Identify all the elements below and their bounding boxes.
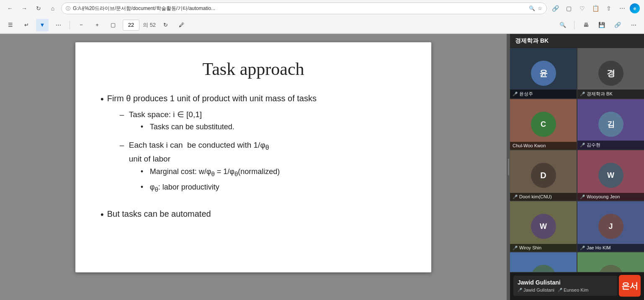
video-cell: T🎤Tae-Wan Noh	[577, 252, 644, 272]
dot-2: •	[141, 166, 147, 179]
bullet-1-text: Firm θ produces 1 unit of product with u…	[107, 92, 406, 200]
eunseo-button[interactable]: 은서	[619, 275, 641, 297]
video-placeholder: T	[577, 252, 644, 272]
favorites-button[interactable]: ♡	[576, 3, 588, 14]
video-cell: 경🎤경제학과 BK	[577, 48, 644, 98]
open-in-app-button[interactable]: 🔗	[611, 19, 624, 31]
rotate-button[interactable]: ↻	[159, 19, 172, 31]
jawid-card: Jawid Gulistani 🎤 Jawid Gulistani 🎤 Euns…	[513, 276, 617, 296]
address-text: G:/내%20드라이브/문서함/document/학술활동/기타/automat…	[73, 5, 526, 12]
address-bar[interactable]: ⓘ G:/내%20드라이브/문서함/document/학술활동/기타/autom…	[61, 3, 547, 14]
mic-icon-eunseo: 🎤	[558, 288, 562, 292]
separator	[70, 21, 70, 29]
jawid-sub-names: 🎤 Jawid Gulistani 🎤 Eunseo Kim	[518, 287, 613, 292]
video-panel-title: 경제학과 BK	[515, 37, 549, 45]
bullet-1-1-content: Task space: i ∈ [0,1] • Tasks can be sub…	[129, 108, 234, 136]
search-icon: 🔍	[529, 5, 535, 11]
name-overlay: 🎤Jae Ho KIM	[577, 244, 644, 251]
mic-icon-jawid: 🎤	[518, 288, 522, 292]
participant-name: Jae Ho KIM	[587, 245, 611, 250]
name-overlay: 🎤Wiroy Shin	[510, 244, 577, 251]
bullet-1-2-2-text: φθ: labor productivity	[150, 181, 219, 195]
extensions-button[interactable]: 🔗	[549, 3, 561, 14]
bullet-1-2-2: • φθ: labor productivity	[141, 181, 280, 195]
draw-button[interactable]: 🖉	[175, 19, 188, 31]
mic-muted-icon: 🎤	[580, 143, 585, 147]
more-pdf-button[interactable]: ⋯	[627, 19, 640, 31]
lock-icon: ⓘ	[66, 5, 70, 12]
sidebar-toggle-button[interactable]: ☰	[4, 19, 17, 31]
bullet-1-1-1: • Tasks can be substituted.	[141, 121, 234, 133]
video-grid-scroll[interactable]: 윤🎤윤성주경🎤경제학과 BKCChul-Woo Kwon김🎤김수현D🎤Doori…	[510, 48, 644, 300]
pdf-viewer[interactable]: Task approach • Firm θ produces 1 unit o…	[0, 34, 507, 300]
mic-muted-icon: 🎤	[580, 92, 585, 96]
reload-button[interactable]: ↻	[33, 3, 44, 14]
participant-name: 김수현	[587, 142, 600, 148]
pdf-toolbar: ☰ ↵ ▼ ⋯ − + ▢ 22 의 52 ↻ 🖉 🔍 🖶 💾 🔗 ⋯	[0, 17, 644, 33]
zoom-out-button[interactable]: −	[75, 19, 88, 31]
separator2	[574, 21, 574, 29]
participant-name: 경제학과 BK	[587, 91, 613, 97]
video-cell: W🎤Wooyoung Jeon	[577, 150, 644, 200]
video-cell: 김🎤김수현	[577, 99, 644, 149]
fit-page-button[interactable]: ▢	[107, 19, 119, 31]
more-tools-button[interactable]: ⋯	[616, 3, 628, 14]
video-cell: 윤🎤윤성주	[510, 48, 577, 98]
video-cell: CChul-Woo Kwon	[510, 99, 577, 149]
video-grid: 윤🎤윤성주경🎤경제학과 BKCChul-Woo Kwon김🎤김수현D🎤Doori…	[510, 48, 644, 272]
bullet-1-2-label: Each task i can be conducted with 1/φθ u…	[129, 139, 280, 166]
mic-muted-icon: 🎤	[513, 195, 518, 199]
jawid-name: Jawid Gulistani	[518, 279, 613, 286]
nav-icon-group: 🔗 ▢ ♡ 📋 ⇧ ⋯ e	[549, 3, 640, 14]
mic-muted-icon: 🎤	[513, 246, 518, 250]
cursor-mode-button[interactable]: ↵	[20, 19, 33, 31]
mic-muted-icon: 🎤	[580, 246, 585, 250]
sub-sub-items-2: • Marginal cost: w/φθ = 1/φθ(normalized)…	[141, 166, 280, 195]
name-overlay: 🎤Doori kim(CNU)	[510, 193, 577, 200]
dash-2: –	[120, 139, 126, 197]
bullet-1-content: Firm θ produces 1 unit of product with u…	[107, 94, 317, 103]
name-overlay: 🎤윤성주	[510, 90, 577, 98]
video-panel: 경제학과 BK 윤🎤윤성주경🎤경제학과 BKCChul-Woo Kwon김🎤김수…	[510, 34, 644, 300]
collections-button[interactable]: 📋	[590, 3, 601, 14]
home-button[interactable]: ⌂	[47, 3, 59, 14]
participant-name: Doori kim(CNU)	[519, 194, 552, 199]
back-button[interactable]: ←	[4, 3, 16, 14]
sub-items-1: – Task space: i ∈ [0,1] • Tasks can be s…	[120, 108, 406, 197]
share-button[interactable]: ⇧	[603, 3, 615, 14]
edge-logo: e	[630, 3, 640, 13]
print-button[interactable]: 🖶	[580, 19, 592, 31]
zoom-in-button[interactable]: +	[91, 19, 103, 31]
bullet-1: • Firm θ produces 1 unit of product with…	[100, 92, 406, 200]
jawid-label: Jawid Gulistani	[523, 287, 554, 292]
bullet-1-2-1-text: Marginal cost: w/φθ = 1/φθ(normalized)	[150, 166, 280, 179]
name-overlay: Chul-Woo Kwon	[510, 142, 577, 149]
highlight-button[interactable]: ▼	[36, 19, 49, 31]
participant-name: Wooyoung Jeon	[587, 194, 620, 199]
eunseo-button-label: 은서	[621, 280, 638, 292]
eunseo-label: Eunseo Kim	[564, 287, 588, 292]
resize-handle[interactable]	[507, 34, 510, 300]
name-overlay: 🎤김수현	[577, 141, 644, 149]
bullet-1-1-1-text: Tasks can be substituted.	[150, 121, 234, 133]
split-screen-button[interactable]: ▢	[563, 3, 574, 14]
name-overlay: 🎤경제학과 BK	[577, 90, 644, 98]
dash-1: –	[120, 108, 126, 136]
eunseo-person: 🎤 Eunseo Kim	[558, 287, 588, 292]
page-number-input[interactable]: 22	[123, 20, 139, 31]
forward-button[interactable]: →	[18, 3, 30, 14]
video-cell: J🎤Jae Ho KIM	[577, 201, 644, 251]
video-cell: D🎤Doori kim(CNU)	[510, 150, 577, 200]
page-total-label: 의 52	[143, 21, 156, 29]
pdf-page: Task approach • Firm θ produces 1 unit o…	[75, 42, 431, 272]
video-panel-header: 경제학과 BK	[510, 34, 644, 48]
bookmark-icon: ☆	[538, 5, 542, 11]
bullet-1-1: – Task space: i ∈ [0,1] • Tasks can be s…	[120, 108, 406, 136]
search-pdf-button[interactable]: 🔍	[556, 19, 569, 31]
video-cell: 이🎤이찬영	[510, 252, 577, 272]
save-button[interactable]: 💾	[595, 19, 608, 31]
dot-1: •	[141, 121, 147, 133]
more-button[interactable]: ⋯	[52, 19, 64, 31]
mic-muted-icon: 🎤	[513, 92, 518, 96]
bullet-1-1-label: Task space: i ∈ [0,1]	[129, 110, 202, 119]
